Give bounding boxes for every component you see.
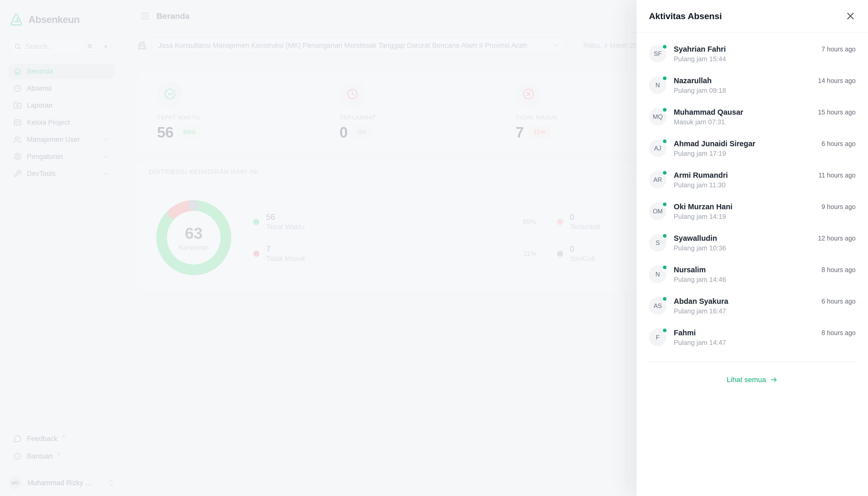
see-all-link[interactable]: Lihat semua [727, 376, 778, 384]
online-status-dot [662, 265, 668, 270]
activity-list-item: AR Armi Rumandri Pulang jam 11:30 11 hou… [649, 164, 856, 196]
activity-list-item: F Fahmi Pulang jam 14:47 8 hours ago [649, 322, 856, 353]
online-status-dot [662, 170, 668, 176]
attendance-detail: Pulang jam 14:19 [674, 213, 822, 221]
employee-name: Ahmad Junaidi Siregar [674, 140, 822, 148]
arrow-right-icon [770, 376, 778, 384]
attendance-detail: Pulang jam 17:19 [674, 150, 822, 158]
activity-list-item: N Nazarullah Pulang jam 09:18 14 hours a… [649, 70, 856, 101]
drawer-title: Aktivitas Absensi [649, 11, 722, 21]
online-status-dot [662, 44, 668, 50]
employee-name: Nazarullah [674, 76, 818, 85]
relative-time: 6 hours ago [822, 140, 856, 148]
attendance-detail: Pulang jam 11:30 [674, 181, 818, 189]
activity-list-item: MQ Muhammad Qausar Masuk jam 07:31 15 ho… [649, 101, 856, 133]
activity-list-item: AJ Ahmad Junaidi Siregar Pulang jam 17:1… [649, 133, 856, 164]
activity-list-item: N Nursalim Pulang jam 14:46 8 hours ago [649, 259, 856, 290]
employee-name: Nursalim [674, 266, 822, 274]
employee-name: Muhammad Qausar [674, 108, 818, 117]
activity-list-item: SF Syahrian Fahri Pulang jam 15:44 7 hou… [649, 38, 856, 70]
drawer-header: Aktivitas Absensi [637, 0, 868, 33]
online-status-dot [662, 202, 668, 207]
relative-time: 9 hours ago [822, 203, 856, 211]
app-viewport: Absenkeun Search... ⌘ K [0, 0, 868, 496]
activity-list-item: AS Abdan Syakura Pulang jam 16:47 6 hour… [649, 290, 856, 322]
attendance-detail: Pulang jam 14:47 [674, 339, 822, 347]
activity-drawer: Aktivitas Absensi SF Syahrian Fahri Pula… [637, 0, 868, 496]
relative-time: 14 hours ago [818, 77, 856, 84]
attendance-detail: Pulang jam 16:47 [674, 307, 822, 315]
attendance-detail: Pulang jam 10:36 [674, 244, 818, 252]
relative-time: 6 hours ago [822, 298, 856, 305]
employee-name: Syahrian Fahri [674, 45, 822, 53]
online-status-dot [662, 138, 668, 144]
activity-list-item: S Syawalludin Pulang jam 10:36 12 hours … [649, 227, 856, 259]
attendance-detail: Masuk jam 07:31 [674, 118, 818, 126]
close-button[interactable] [845, 11, 856, 21]
online-status-dot [662, 328, 668, 333]
employee-name: Syawalludin [674, 234, 818, 243]
see-all-label: Lihat semua [727, 376, 766, 384]
activity-list-item: OM Oki Murzan Hani Pulang jam 14:19 9 ho… [649, 196, 856, 227]
online-status-dot [662, 233, 668, 239]
employee-name: Armi Rumandri [674, 171, 818, 180]
relative-time: 12 hours ago [818, 235, 856, 242]
relative-time: 8 hours ago [822, 329, 856, 337]
attendance-detail: Pulang jam 09:18 [674, 87, 818, 95]
activity-list: SF Syahrian Fahri Pulang jam 15:44 7 hou… [637, 33, 868, 353]
online-status-dot [662, 107, 668, 113]
relative-time: 11 hours ago [818, 172, 856, 179]
online-status-dot [662, 296, 668, 302]
relative-time: 15 hours ago [818, 108, 856, 116]
employee-name: Abdan Syakura [674, 297, 822, 306]
employee-name: Fahmi [674, 329, 822, 337]
online-status-dot [662, 75, 668, 81]
relative-time: 8 hours ago [822, 266, 856, 274]
attendance-detail: Pulang jam 15:44 [674, 55, 822, 63]
close-icon [845, 11, 856, 21]
attendance-detail: Pulang jam 14:46 [674, 276, 822, 284]
employee-name: Oki Murzan Hani [674, 203, 822, 211]
drawer-footer: Lihat semua [649, 362, 856, 384]
relative-time: 7 hours ago [822, 45, 856, 53]
